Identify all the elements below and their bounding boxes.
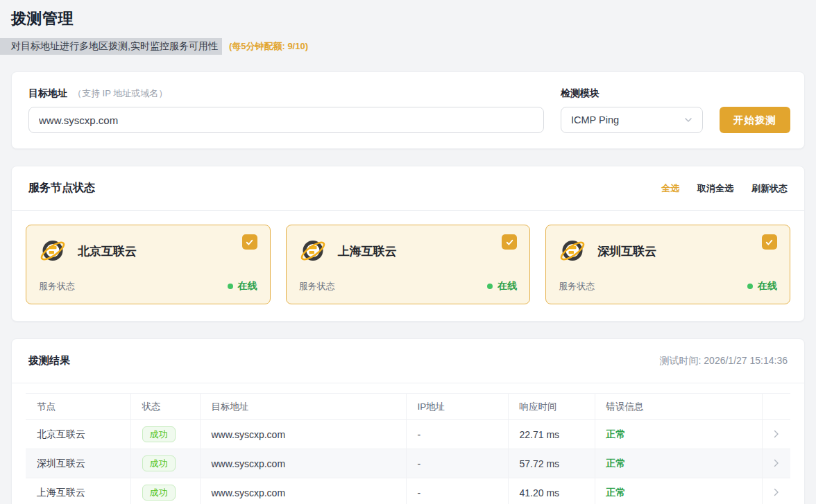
node-status-value: 在线 — [498, 280, 517, 293]
cell-error: 正常 — [595, 478, 762, 504]
hulianyun-logo-icon — [39, 237, 67, 265]
probe-form-card: 目标地址 （支持 IP 地址或域名） 检测模块 ICMP Ping 开始拨测 — [11, 71, 805, 149]
hulianyun-logo-icon — [559, 237, 586, 265]
chevron-right-icon[interactable] — [774, 459, 779, 467]
results-table: 节点 状态 目标地址 IP地址 响应时间 错误信息 北京互联云 成功 www.s… — [26, 393, 790, 504]
cell-latency: 57.72 ms — [508, 449, 595, 478]
service-nodes-card: 服务节点状态 全选 取消全选 刷新状态 北京互联云 — [11, 166, 805, 322]
deselect-all-link[interactable]: 取消全选 — [697, 182, 733, 195]
online-dot-icon — [487, 284, 493, 289]
status-badge: 成功 — [142, 485, 176, 501]
page-subtitle-row: 对目标地址进行多地区拨测,实时监控服务可用性 (每5分钟配额: 9/10) — [11, 38, 805, 55]
node-status-value: 在线 — [238, 280, 257, 293]
table-header-row: 节点 状态 目标地址 IP地址 响应时间 错误信息 — [26, 394, 790, 420]
target-address-label: 目标地址 — [28, 87, 67, 100]
col-header-status: 状态 — [130, 394, 200, 420]
cell-target: www.syscxp.com — [200, 449, 406, 478]
table-row[interactable]: 北京互联云 成功 www.syscxp.com - 22.71 ms 正常 — [26, 420, 790, 449]
test-time: 测试时间: 2026/1/27 15:14:36 — [660, 355, 788, 367]
cell-target: www.syscxp.com — [200, 478, 406, 504]
online-dot-icon — [228, 284, 233, 289]
hulianyun-logo-icon — [299, 237, 327, 265]
cell-ip: - — [406, 478, 508, 504]
quota-text: (每5分钟配额: 9/10) — [229, 40, 308, 53]
module-select-value: ICMP Ping — [571, 114, 619, 125]
page-title: 拨测管理 — [11, 8, 805, 29]
node-card-beijing[interactable]: 北京互联云 服务状态 在线 — [26, 225, 271, 304]
results-panel-title: 拨测结果 — [28, 354, 70, 367]
module-label: 检测模块 — [561, 87, 600, 100]
module-select[interactable]: ICMP Ping — [561, 107, 703, 133]
cell-node: 北京互联云 — [26, 420, 130, 449]
target-address-input[interactable] — [28, 107, 544, 133]
node-checkbox-checked-icon[interactable] — [502, 234, 517, 250]
col-header-actions — [762, 394, 790, 420]
cell-ip: - — [406, 449, 508, 478]
node-status-label: 服务状态 — [559, 280, 595, 293]
status-badge: 成功 — [142, 455, 176, 471]
col-header-error: 错误信息 — [595, 394, 762, 420]
col-header-ip: IP地址 — [406, 394, 508, 420]
col-header-target: 目标地址 — [200, 394, 406, 420]
node-checkbox-checked-icon[interactable] — [242, 234, 257, 250]
chevron-down-icon — [684, 116, 692, 124]
node-card-shanghai[interactable]: 上海互联云 服务状态 在线 — [286, 225, 531, 304]
node-status-value: 在线 — [758, 280, 777, 293]
node-checkbox-checked-icon[interactable] — [762, 234, 777, 250]
cell-latency: 41.20 ms — [508, 478, 595, 504]
node-name: 北京互联云 — [78, 243, 137, 259]
nodes-panel-title: 服务节点状态 — [28, 181, 95, 195]
cell-target: www.syscxp.com — [200, 420, 406, 449]
col-header-node: 节点 — [26, 394, 130, 420]
node-name: 上海互联云 — [338, 243, 397, 259]
cell-error: 正常 — [595, 420, 762, 449]
cell-ip: - — [406, 420, 508, 449]
probe-management-page: 拨测管理 对目标地址进行多地区拨测,实时监控服务可用性 (每5分钟配额: 9/1… — [0, 0, 816, 504]
node-card-shenzhen[interactable]: 深圳互联云 服务状态 在线 — [545, 225, 790, 304]
cell-latency: 22.71 ms — [508, 420, 595, 449]
node-status-label: 服务状态 — [299, 280, 335, 293]
node-status-label: 服务状态 — [39, 280, 75, 293]
table-row[interactable]: 上海互联云 成功 www.syscxp.com - 41.20 ms 正常 — [26, 478, 790, 504]
probe-results-card: 拨测结果 测试时间: 2026/1/27 15:14:36 节点 状态 目标地址… — [11, 338, 805, 504]
target-field-group: 目标地址 （支持 IP 地址或域名） — [28, 87, 544, 133]
cell-error: 正常 — [595, 449, 762, 478]
page-subtitle: 对目标地址进行多地区拨测,实时监控服务可用性 — [0, 38, 222, 55]
chevron-right-icon[interactable] — [774, 488, 779, 496]
cell-node: 深圳互联云 — [26, 449, 130, 478]
select-all-link[interactable]: 全选 — [661, 182, 679, 195]
chevron-right-icon[interactable] — [774, 430, 779, 438]
start-probe-button[interactable]: 开始拨测 — [720, 107, 790, 133]
refresh-status-link[interactable]: 刷新状态 — [751, 182, 788, 195]
node-name: 深圳互联云 — [597, 243, 656, 259]
target-address-hint: （支持 IP 地址或域名） — [73, 87, 167, 100]
module-field-group: 检测模块 ICMP Ping — [561, 87, 703, 133]
online-dot-icon — [747, 284, 753, 289]
table-row[interactable]: 深圳互联云 成功 www.syscxp.com - 57.72 ms 正常 — [26, 449, 790, 478]
status-badge: 成功 — [142, 426, 176, 442]
col-header-latency: 响应时间 — [508, 394, 595, 420]
cell-node: 上海互联云 — [26, 478, 130, 504]
